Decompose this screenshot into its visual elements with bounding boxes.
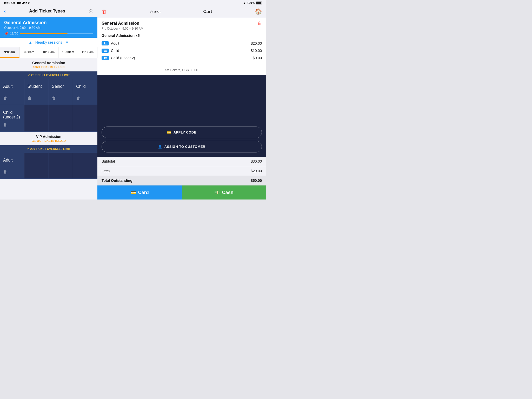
- cart-item-child-under2-qty: 1x: [102, 56, 109, 60]
- summary-fees-row: Fees $20.00: [97, 166, 266, 176]
- capacity-icon: 📌: [4, 32, 8, 36]
- wifi-icon: ▲: [243, 1, 246, 4]
- ticket-label-adult: Adult: [3, 84, 21, 89]
- cart-header: 🗑 ⏱ 9:50 Cart 🏠: [97, 6, 266, 18]
- ticket-cell-empty1: [24, 105, 49, 132]
- cash-label: Cash: [222, 190, 234, 195]
- cart-item-child-under2: 1x Child (under 2) $0.00: [97, 54, 266, 62]
- vip-ticket-grid: Adult 🗑: [0, 153, 97, 179]
- cart-title: Cart: [203, 9, 212, 14]
- capacity-bar-fill: [20, 33, 68, 34]
- general-admission-section-header: General Admission 13/20 TICKETS ISSUED: [0, 58, 97, 71]
- assign-customer-button[interactable]: 👤 ASSIGN TO CUSTOMER: [102, 141, 262, 152]
- cart-event-date: Fri, October 4, 9:00 – 9:30 AM: [97, 27, 266, 32]
- cash-button[interactable]: 💵 Cash: [182, 185, 266, 200]
- event-header: General Admission October 4, 9:00 – 9:30…: [0, 17, 97, 38]
- payment-row: 💳 Card 💵 Cash: [97, 185, 266, 200]
- subtotal-label: Subtotal: [102, 159, 115, 163]
- vip-empty2: [49, 153, 73, 179]
- trash-icon-adult[interactable]: 🗑: [3, 96, 21, 101]
- vip-trash-icon-adult[interactable]: 🗑: [3, 170, 21, 174]
- fees-label: Fees: [102, 169, 110, 173]
- card-label: Card: [138, 190, 149, 195]
- fees-value: $20.00: [251, 169, 262, 173]
- ticket-label-student: Student: [28, 84, 45, 89]
- time-slot-3[interactable]: 10:30am: [58, 47, 78, 58]
- ticket-cell-empty3: [73, 105, 97, 132]
- ticket-cell-empty2: [49, 105, 73, 132]
- time-slot-2[interactable]: 10:00am: [39, 47, 58, 58]
- cart-event-title: General Admission: [102, 21, 139, 26]
- time-slot-1[interactable]: 9:30am: [19, 47, 39, 58]
- cart-item-adult-price: $20.00: [251, 41, 262, 45]
- assign-customer-label: ASSIGN TO CUSTOMER: [164, 145, 205, 149]
- apply-code-label: APPLY CODE: [174, 130, 196, 134]
- trash-icon-child-under2[interactable]: 🗑: [3, 123, 21, 127]
- card-icon: 💳: [130, 190, 136, 195]
- cash-icon: 💵: [214, 190, 220, 195]
- cart-trash-button[interactable]: 🗑: [102, 9, 107, 15]
- total-value: $50.00: [251, 178, 262, 183]
- left-content: General Admission 13/20 TICKETS ISSUED ⚠…: [0, 58, 97, 200]
- summary-area: Subtotal $30.00 Fees $20.00 Total Outsta…: [97, 157, 266, 185]
- vip-admission-section-header: VIP Admission 0/1,000 TICKETS ISSUED: [0, 132, 97, 145]
- ticket-cell-adult[interactable]: Adult 🗑: [0, 79, 24, 105]
- nearby-sessions-label: Nearby sessions: [35, 40, 62, 44]
- ticket-cell-child[interactable]: Child 🗑: [73, 79, 97, 105]
- battery-label: 100%: [247, 1, 255, 4]
- left-panel: ‹ Add Ticket Types General Admission Oct…: [0, 6, 97, 200]
- trash-icon-child[interactable]: 🗑: [76, 96, 94, 101]
- trash-icon-senior[interactable]: 🗑: [52, 96, 70, 101]
- chevron-down-icon: ▼: [65, 40, 69, 44]
- time-slots-row: 9:00am 9:30am 10:00am 10:30am 11:00am: [0, 47, 97, 58]
- cart-event-row: General Admission 🗑: [97, 18, 266, 27]
- cart-item-child-price: $10.00: [251, 49, 262, 53]
- capacity-bar: [20, 33, 93, 34]
- cart-item-child-under2-name: Child (under 2): [111, 56, 251, 60]
- barcode-icon: 💳: [167, 130, 171, 134]
- ticket-label-child: Child: [76, 84, 94, 89]
- event-title: General Admission: [4, 20, 93, 25]
- left-header: ‹ Add Ticket Types: [0, 6, 97, 17]
- time-slot-0[interactable]: 9:00am: [0, 47, 19, 58]
- cart-total-row: 5x Tickets, US$ 30.00: [97, 66, 266, 75]
- section-sub: 13/20 TICKETS ISSUED: [4, 65, 93, 69]
- card-button[interactable]: 💳 Card: [97, 185, 182, 200]
- vip-oversell-warning: ⚠ 200 TICKET OVERSELL LIMIT: [0, 145, 97, 153]
- ticket-label-child-under2: Child (under 2): [3, 110, 21, 119]
- summary-total-row: Total Outstanding $50.00: [97, 176, 266, 185]
- vip-empty1: [24, 153, 49, 179]
- cart-item-adult: 2x Adult $20.00: [97, 40, 266, 47]
- back-button[interactable]: ‹: [4, 9, 6, 14]
- ticket-grid-row1: Adult 🗑 Student 🗑 Senior 🗑 Child 🗑: [0, 79, 97, 105]
- right-panel: 🗑 ⏱ 9:50 Cart 🏠 General Admission 🗑 Fri,…: [97, 6, 266, 200]
- cart-divider: [97, 64, 266, 64]
- status-time: 9:41 AM Tue Jan 9: [4, 1, 30, 4]
- apply-code-button[interactable]: 💳 APPLY CODE: [102, 127, 262, 138]
- cart-content: General Admission 🗑 Fri, October 4, 9:00…: [97, 18, 266, 75]
- event-capacity: 📌 13/20: [4, 32, 93, 36]
- cart-item-child: 2x Child $10.00: [97, 47, 266, 54]
- home-button[interactable]: 🏠: [255, 8, 262, 15]
- vip-ticket-cell-adult[interactable]: Adult 🗑: [0, 153, 24, 179]
- cart-item-child-name: Child: [111, 49, 249, 53]
- cart-item-adult-qty: 2x: [102, 41, 109, 45]
- cart-tickets-label: General Admission x5: [97, 32, 266, 40]
- ticket-cell-child-under2[interactable]: Child (under 2) 🗑: [0, 105, 24, 132]
- pin-button[interactable]: [89, 8, 93, 14]
- status-right: ▲ 100%: [243, 1, 262, 4]
- page-title: Add Ticket Types: [29, 9, 65, 14]
- nearby-sessions-toggle[interactable]: ▲ Nearby sessions ▼: [0, 38, 97, 47]
- cart-event-trash[interactable]: 🗑: [258, 21, 262, 26]
- vip-empty3: [73, 153, 97, 179]
- vip-section-sub: 0/1,000 TICKETS ISSUED: [4, 139, 93, 142]
- trash-icon-student[interactable]: 🗑: [28, 96, 45, 101]
- event-date: October 4, 9:00 – 9:30 AM: [4, 26, 93, 30]
- ticket-cell-student[interactable]: Student 🗑: [24, 79, 49, 105]
- ticket-cell-senior[interactable]: Senior 🗑: [49, 79, 73, 105]
- main-layout: ‹ Add Ticket Types General Admission Oct…: [0, 6, 266, 200]
- cart-timer: ⏱ 9:50: [150, 10, 161, 14]
- capacity-value: 13/20: [10, 32, 18, 36]
- time-slot-4[interactable]: 11:00am: [78, 47, 97, 58]
- battery-icon: [256, 2, 262, 4]
